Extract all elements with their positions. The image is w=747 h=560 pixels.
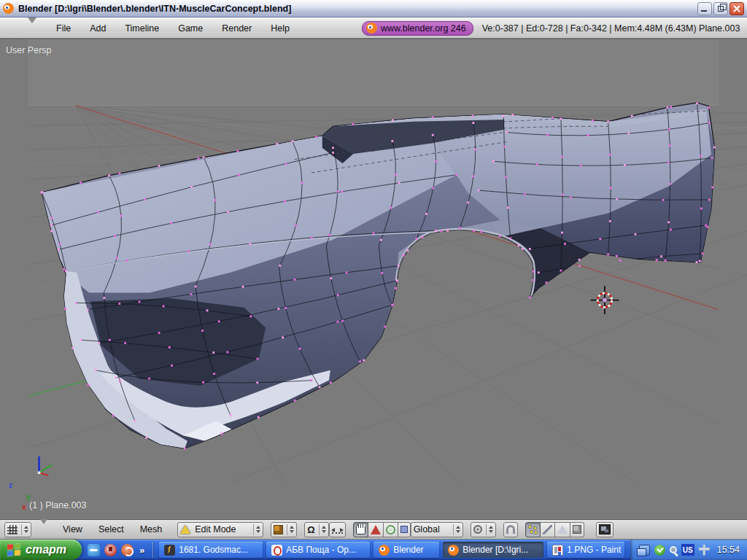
mode-label: Edit Mode: [195, 524, 236, 534]
pivot-dropdown[interactable]: Ω: [304, 522, 328, 537]
task-winamp[interactable]: 1681. Godsmac...: [159, 542, 263, 558]
editor-type-button[interactable]: [4, 522, 31, 537]
occlude-cube-icon: [573, 525, 581, 534]
draw-type-dropdown[interactable]: [271, 522, 297, 537]
menu-render[interactable]: Render: [212, 23, 261, 34]
axis-x-label: x: [22, 503, 26, 511]
paint-icon: [552, 545, 563, 556]
taskbar-separator: [152, 542, 153, 558]
viewport-3d[interactable]: User Persp (1 ) Plane.003 z y x: [0, 39, 747, 519]
collapse-triangle-icon: [28, 18, 36, 34]
snap-magnet-icon: [506, 525, 515, 534]
viewport-sky: [28, 39, 719, 106]
download-master-icon[interactable]: [104, 544, 117, 556]
header-collapse-button[interactable]: [40, 524, 47, 534]
active-object-label: (1 ) Plane.003: [29, 500, 87, 510]
restore-icon: [718, 6, 724, 12]
network-icon[interactable]: [639, 545, 650, 556]
task-blender[interactable]: Blender: [374, 542, 439, 558]
menu-game[interactable]: Game: [169, 23, 212, 34]
windows-taskbar: старт » 1681. Godsmac... АБВ Поща - Op..…: [0, 540, 747, 560]
scene-statistics: Ve:0-387 | Ed:0-728 | Fa:0-342 | Mem:4.4…: [482, 23, 740, 34]
scale-toggle-button[interactable]: [384, 522, 398, 537]
axis-z-label: z: [9, 481, 12, 489]
edge-select-button[interactable]: [541, 522, 555, 537]
window-titlebar[interactable]: Blender [D:\Igri\Blender\.blender\ITN-Mu…: [0, 0, 747, 18]
snap-button[interactable]: [503, 522, 518, 537]
search-icon[interactable]: [670, 546, 677, 553]
menu-help[interactable]: Help: [261, 23, 299, 34]
render-preview-button[interactable]: [596, 522, 614, 537]
editor-type-grid-icon: [7, 525, 18, 534]
face-select-button[interactable]: [555, 522, 570, 537]
occlude-button[interactable]: [570, 522, 584, 537]
orientation-dropdown[interactable]: Global: [411, 522, 463, 537]
menu-view[interactable]: View: [55, 524, 90, 534]
edge-select-icon: [543, 525, 552, 534]
system-tray: US 15:54: [630, 540, 747, 560]
screen: Blender [D:\Igri\Blender\.blender\ITN-Mu…: [0, 0, 747, 560]
close-button[interactable]: [729, 2, 744, 15]
face-select-icon: [557, 525, 568, 534]
select-mode-group: [525, 522, 584, 537]
task-abv-mail[interactable]: АБВ Поща - Op...: [266, 542, 370, 558]
menu-file[interactable]: File: [47, 23, 80, 34]
view-mode-label: User Persp: [6, 45, 52, 55]
minimize-button[interactable]: [697, 2, 712, 15]
editor-type-stepper[interactable]: [21, 524, 28, 535]
collapse-triangle-icon: [40, 519, 47, 534]
quick-launch-bar: »: [82, 544, 150, 556]
blender-org-version-dropdown[interactable]: www.blender.org 246: [362, 21, 473, 36]
proportional-edit-dropdown[interactable]: [471, 522, 496, 537]
draw-type-solid-icon: [274, 525, 283, 534]
panel-collapse-button[interactable]: [28, 23, 36, 34]
language-indicator[interactable]: US: [681, 544, 694, 556]
rotate-toggle-button[interactable]: [368, 522, 384, 537]
translate-square-icon: [400, 526, 408, 533]
blender-menubar: File Add Timeline Game Render Help www.b…: [0, 18, 747, 39]
blender-logo-icon: [366, 23, 377, 34]
task-blender-active[interactable]: Blender [D:\Igri...: [443, 542, 543, 558]
start-button[interactable]: старт: [0, 540, 82, 560]
pivot-rotation-icon: Ω: [307, 525, 314, 534]
mode-dropdown[interactable]: Edit Mode: [177, 522, 263, 537]
mode-stepper[interactable]: [253, 524, 260, 535]
menu-mesh[interactable]: Mesh: [132, 524, 171, 534]
rotate-triangle-icon: [371, 525, 381, 534]
blender-app-icon: [3, 3, 14, 14]
task-paint[interactable]: 1.PNG - Paint: [547, 542, 624, 558]
manipulator-toggle-button[interactable]: [329, 522, 346, 537]
taskbar-clock: 15:54: [717, 545, 740, 555]
orientation-label: Global: [414, 524, 440, 534]
blender-icon: [379, 545, 390, 556]
hand-icon: [356, 524, 365, 534]
axis-y-label: y: [26, 493, 31, 501]
translate-toggle-button[interactable]: [398, 522, 411, 537]
menu-timeline[interactable]: Timeline: [115, 23, 169, 34]
viewport-canvas: [0, 39, 747, 519]
vertex-select-icon: [528, 525, 538, 534]
render-preview-icon: [599, 524, 611, 534]
manipulator-mode-group: [353, 522, 411, 537]
proportional-stepper[interactable]: [486, 524, 493, 535]
antivirus-ok-icon[interactable]: [654, 545, 665, 556]
blender-icon: [448, 545, 459, 556]
start-label: старт: [26, 543, 66, 556]
vertex-select-button[interactable]: [525, 522, 541, 537]
windows-flag-icon: [7, 543, 20, 556]
opera-icon[interactable]: [121, 544, 133, 556]
restore-button[interactable]: [713, 2, 728, 15]
manipulator-handles-icon: [332, 526, 343, 534]
draw-type-stepper[interactable]: [287, 524, 294, 535]
pivot-stepper[interactable]: [319, 524, 326, 535]
orientation-stepper[interactable]: [453, 524, 460, 535]
usb-device-icon[interactable]: [699, 545, 710, 556]
hand-toggle-button[interactable]: [353, 522, 368, 537]
menu-select[interactable]: Select: [90, 524, 132, 534]
viewport-header: View Select Mesh Edit Mode Ω: [0, 519, 747, 540]
internet-explorer-icon[interactable]: [88, 544, 100, 556]
window-title: Blender [D:\Igri\Blender\.blender\ITN-Mu…: [18, 4, 291, 14]
menu-add[interactable]: Add: [80, 23, 115, 34]
quick-launch-overflow-chevron[interactable]: »: [139, 545, 144, 556]
blender-org-label: www.blender.org 246: [381, 23, 466, 34]
